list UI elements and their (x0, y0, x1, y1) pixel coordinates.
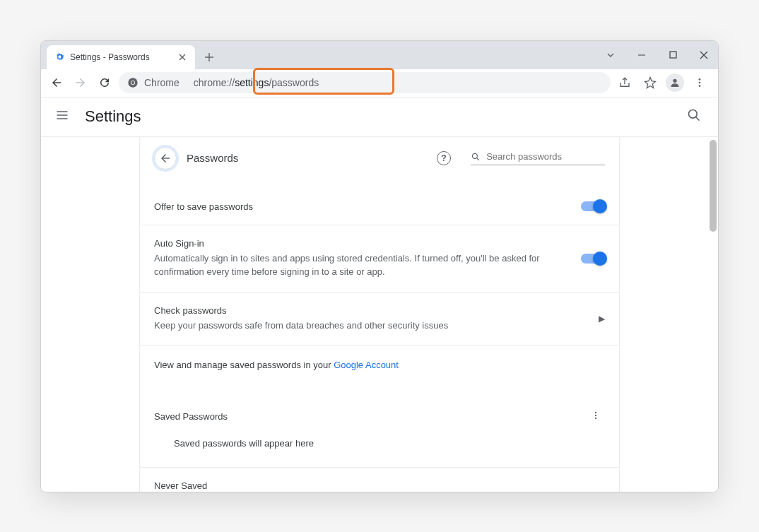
google-account-row: View and manage saved passwords in your … (140, 345, 619, 384)
svg-point-9 (472, 153, 477, 158)
svg-point-10 (595, 412, 596, 413)
offer-save-passwords-toggle[interactable] (581, 201, 605, 211)
settings-header: Settings (41, 97, 718, 137)
saved-passwords-heading: Saved Passwords (140, 384, 619, 430)
scrollbar[interactable] (710, 140, 717, 489)
help-icon[interactable]: ? (437, 151, 451, 165)
svg-point-8 (689, 110, 698, 119)
search-icon[interactable] (687, 108, 704, 125)
minimize-button[interactable] (632, 45, 652, 65)
auto-signin-row: Auto Sign-in Automatically sign in to si… (140, 225, 619, 292)
row-subtitle: Automatically sign in to sites and apps … (154, 252, 581, 279)
content-area: Passwords ? Offer to save passwords Auto… (41, 137, 718, 492)
search-icon (471, 151, 481, 162)
saved-passwords-empty: Saved passwords will appear here (140, 430, 619, 467)
close-window-button[interactable] (694, 45, 714, 65)
svg-point-11 (595, 415, 596, 416)
browser-tab[interactable]: Settings - Passwords (47, 45, 195, 69)
close-icon[interactable] (177, 52, 188, 63)
back-button[interactable] (47, 73, 66, 93)
new-tab-button[interactable] (199, 47, 219, 67)
chrome-icon (127, 77, 139, 88)
search-passwords-input[interactable] (486, 151, 605, 162)
never-saved-heading: Never Saved (140, 467, 619, 492)
address-bar[interactable]: Chrome chrome://settings/passwords (119, 72, 611, 93)
forward-button[interactable] (71, 73, 90, 93)
maximize-button[interactable] (663, 45, 683, 65)
tab-title: Settings - Passwords (70, 52, 172, 62)
svg-point-4 (673, 79, 676, 83)
passwords-panel: Passwords ? Offer to save passwords Auto… (139, 137, 620, 492)
svg-point-12 (595, 418, 596, 419)
row-title: Auto Sign-in (154, 238, 581, 249)
svg-point-3 (131, 81, 134, 84)
row-subtitle: Keep your passwords safe from data breac… (154, 319, 599, 333)
browser-toolbar: Chrome chrome://settings/passwords (41, 69, 718, 97)
svg-point-7 (699, 85, 701, 87)
section-header: Passwords ? (140, 137, 619, 179)
hamburger-icon[interactable] (55, 108, 72, 125)
check-passwords-row[interactable]: Check passwords Keep your passwords safe… (140, 292, 619, 345)
share-icon[interactable] (615, 73, 635, 93)
auto-signin-toggle[interactable] (581, 254, 605, 264)
section-title: Passwords (187, 152, 238, 164)
svg-point-5 (699, 78, 701, 81)
toolbar-actions (615, 73, 712, 93)
chevron-right-icon: ▶ (599, 314, 605, 324)
google-account-link[interactable]: Google Account (334, 360, 399, 370)
offer-save-passwords-row: Offer to save passwords (140, 179, 619, 225)
page-title: Settings (85, 107, 141, 126)
scrollbar-thumb[interactable] (710, 140, 717, 232)
browser-window: Settings - Passwords (40, 40, 719, 492)
chevron-down-icon[interactable] (601, 45, 620, 65)
profile-avatar[interactable] (666, 73, 684, 92)
row-title: Check passwords (154, 305, 599, 316)
window-controls (601, 41, 714, 69)
titlebar: Settings - Passwords (41, 41, 718, 69)
search-passwords-field[interactable] (471, 151, 605, 165)
section-back-button[interactable] (154, 147, 177, 170)
svg-point-6 (699, 82, 701, 84)
bookmark-icon[interactable] (640, 73, 660, 93)
svg-rect-0 (670, 52, 676, 58)
scheme-label: Chrome (144, 77, 180, 88)
url-text: chrome://settings/passwords (194, 77, 319, 88)
row-text-prefix: View and manage saved passwords in your (154, 360, 334, 370)
more-icon[interactable] (591, 409, 605, 424)
reload-button[interactable] (95, 73, 114, 93)
menu-icon[interactable] (690, 73, 710, 93)
row-title: Offer to save passwords (154, 201, 581, 212)
gear-icon (54, 52, 65, 63)
